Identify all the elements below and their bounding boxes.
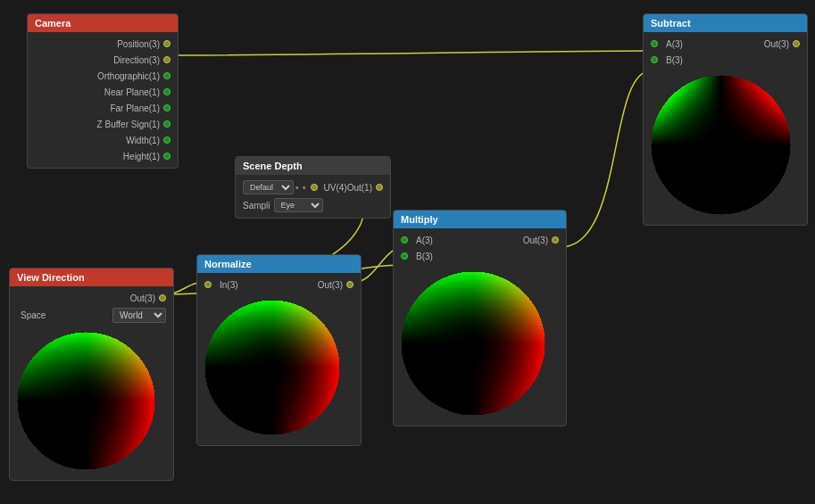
normalize-in-socket[interactable]: [204, 281, 212, 288]
view-direction-space-label: Space: [17, 310, 112, 320]
scene-depth-body: Defaul • • UV(4) Out(1) Sampli Eye: [236, 175, 390, 218]
camera-node-body: Position(3) Direction(3) Orthographic(1)…: [28, 32, 178, 168]
subtract-out-socket[interactable]: [793, 40, 800, 47]
camera-width-row: Width(1): [28, 132, 178, 148]
camera-direction-row: Direction(3): [28, 52, 178, 68]
view-direction-header: View Direction: [10, 269, 173, 286]
view-direction-body: Out(3) Space World: [10, 286, 173, 480]
view-direction-out-row: Out(3): [10, 290, 173, 306]
multiply-a-socket[interactable]: [401, 236, 408, 244]
multiply-node: Multiply A(3) Out(3) B(3): [393, 210, 567, 426]
subtract-a-socket[interactable]: [651, 40, 658, 47]
dot-sep2: •: [303, 182, 306, 193]
camera-farplane-row: Far Plane(1): [28, 100, 178, 116]
camera-direction-socket[interactable]: [163, 56, 170, 63]
subtract-a-label: A(3): [662, 39, 728, 49]
subtract-body: A(3) Out(3) B(3): [644, 32, 807, 225]
camera-nearplane-socket[interactable]: [163, 88, 170, 95]
camera-nearplane-label: Near Plane(1): [35, 87, 163, 97]
normalize-preview: [203, 298, 355, 436]
normalize-node: Normalize In(3) Out(3): [196, 254, 362, 446]
normalize-header: Normalize: [197, 255, 361, 273]
scene-depth-uv-row: Defaul • • UV(4) Out(1): [236, 178, 390, 196]
multiply-b-socket[interactable]: [401, 252, 408, 260]
view-direction-space-select[interactable]: World: [112, 308, 166, 323]
view-direction-preview: [15, 330, 168, 471]
normalize-out-socket[interactable]: [346, 281, 353, 288]
normalize-color-wheel: [203, 298, 341, 436]
subtract-header: Subtract: [644, 14, 807, 32]
camera-orthographic-row: Orthographic(1): [28, 68, 178, 84]
scene-depth-node: Scene Depth Defaul • • UV(4) Out(1) Samp…: [235, 156, 391, 219]
camera-orthographic-socket[interactable]: [163, 72, 170, 79]
scene-depth-uv-socket[interactable]: [311, 184, 318, 191]
normalize-out-label: Out(3): [281, 280, 346, 290]
camera-height-socket[interactable]: [163, 153, 170, 160]
camera-node: Camera Position(3) Direction(3) Orthogra…: [27, 13, 179, 169]
scene-depth-sampler-select[interactable]: Eye: [274, 198, 323, 212]
scene-depth-uv-label: UV(4): [320, 183, 347, 193]
multiply-out-socket[interactable]: [552, 236, 559, 244]
subtract-preview: [649, 73, 802, 216]
camera-farplane-label: Far Plane(1): [35, 103, 163, 113]
normalize-io-row: In(3) Out(3): [197, 277, 361, 293]
subtract-b-label: B(3): [662, 55, 800, 65]
camera-position-row: Position(3): [28, 36, 178, 52]
multiply-out-label: Out(3): [482, 235, 552, 245]
camera-width-socket[interactable]: [163, 136, 170, 144]
camera-direction-label: Direction(3): [35, 55, 163, 65]
multiply-a-label: A(3): [412, 235, 482, 245]
multiply-b-row: B(3): [394, 248, 566, 264]
camera-zbuffer-row: Z Buffer Sign(1): [28, 116, 178, 132]
camera-zbuffer-socket[interactable]: [163, 120, 170, 128]
dot-sep1: •: [295, 182, 299, 193]
scene-depth-sampler-label: Sampli: [243, 201, 270, 211]
scene-depth-out-socket[interactable]: [376, 184, 383, 191]
multiply-a-row: A(3) Out(3): [394, 232, 566, 248]
view-direction-node: View Direction Out(3) Space World: [9, 268, 174, 481]
scene-depth-out-label: Out(1): [347, 183, 376, 193]
subtract-b-row: B(3): [644, 52, 807, 68]
camera-orthographic-label: Orthographic(1): [35, 71, 163, 81]
normalize-body: In(3) Out(3): [197, 273, 361, 445]
multiply-preview: [399, 269, 561, 417]
camera-node-header: Camera: [28, 14, 178, 32]
multiply-header: Multiply: [394, 211, 566, 228]
multiply-color-wheel: [399, 269, 546, 417]
subtract-color-wheel: [649, 73, 792, 216]
camera-position-socket[interactable]: [163, 40, 170, 47]
camera-height-row: Height(1): [28, 148, 178, 164]
subtract-out-label: Out(3): [728, 39, 793, 49]
view-direction-out-label: Out(3): [17, 293, 159, 303]
camera-width-label: Width(1): [35, 136, 163, 145]
multiply-b-label: B(3): [412, 252, 559, 261]
scene-depth-sampler-row: Sampli Eye: [236, 196, 390, 214]
view-direction-color-wheel: [15, 330, 156, 471]
view-direction-out-socket[interactable]: [159, 294, 166, 302]
subtract-b-socket[interactable]: [651, 56, 658, 63]
subtract-node: Subtract A(3) Out(3) B(3): [643, 13, 808, 226]
view-direction-space-row: Space World: [10, 306, 173, 325]
camera-height-label: Height(1): [35, 152, 163, 161]
scene-depth-default-select[interactable]: Defaul: [243, 180, 294, 194]
multiply-body: A(3) Out(3) B(3): [394, 228, 566, 426]
camera-position-label: Position(3): [35, 39, 163, 49]
normalize-in-label: In(3): [216, 280, 281, 290]
camera-zbuffer-label: Z Buffer Sign(1): [35, 120, 163, 129]
camera-farplane-socket[interactable]: [163, 104, 170, 112]
subtract-a-row: A(3) Out(3): [644, 36, 807, 52]
camera-nearplane-row: Near Plane(1): [28, 84, 178, 100]
scene-depth-header: Scene Depth: [236, 157, 390, 175]
